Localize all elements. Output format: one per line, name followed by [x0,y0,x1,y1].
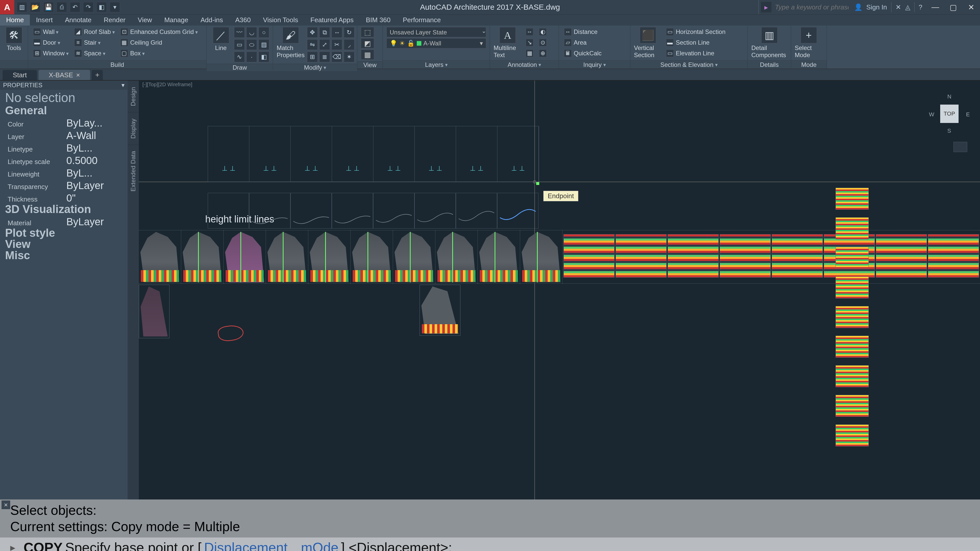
view-nav-icon[interactable]: ◩ [361,38,374,48]
side-tab-extdata[interactable]: Extended Data [127,144,139,198]
line-button[interactable]: ／Line [210,27,231,52]
help-search-input[interactable] [773,2,850,13]
hatch-icon[interactable]: ▨ [259,39,269,50]
ribbon-tab-featuredapps[interactable]: Featured Apps [304,14,360,25]
ceilinggrid-button[interactable]: ▦Ceiling Grid [119,38,199,48]
close-tab-icon[interactable]: × [76,71,80,79]
ribbon-tab-insert[interactable]: Insert [30,14,59,25]
offset-icon[interactable]: ≣ [319,52,330,62]
box-button[interactable]: ▢Box [119,48,199,58]
maximize-button[interactable]: ▢ [944,0,962,14]
qat-more-icon[interactable]: ▾ [110,2,120,12]
copy-icon[interactable]: ⧉ [319,27,330,38]
minimize-button[interactable]: — [926,0,944,14]
ribbon-tab-addins[interactable]: Add-ins [194,14,229,25]
circle-icon[interactable]: ○ [259,27,269,38]
ribbon-tab-view[interactable]: View [132,14,158,25]
array-icon[interactable]: ⊞ [307,52,318,62]
point-icon[interactable]: · [246,52,257,62]
anno3-button[interactable]: ⊕ [538,48,548,58]
panel-foot-build[interactable]: Build [28,60,207,68]
panel-foot-modify[interactable]: Modify [273,64,357,71]
stretch-icon[interactable]: ↔ [331,27,342,38]
door-button[interactable]: ▬Door [32,38,70,48]
command-line[interactable]: ▸_ COPY Specify base point or [Displacem… [0,537,980,551]
properties-menu-icon[interactable]: ▾ [121,82,124,89]
tools-button[interactable]: 🛠Tools [3,27,24,52]
ribbon-tab-render[interactable]: Render [97,14,131,25]
side-tab-display[interactable]: Display [127,112,139,145]
window-button[interactable]: ⊞Window [32,48,70,58]
spline-icon[interactable]: ∿ [234,52,245,62]
section-misc[interactable]: Misc [0,249,127,262]
command-history[interactable]: × Select objects: Current settings: Copy… [0,499,980,537]
qat-new-icon[interactable]: ▥ [17,2,27,12]
app-icon[interactable]: A [0,0,14,14]
side-tab-design[interactable]: Design [127,81,139,112]
scale-icon[interactable]: ⤢ [319,39,330,50]
panel-foot-layers[interactable]: Layers [383,60,490,68]
new-tab-button[interactable]: + [92,70,103,80]
help-icon[interactable]: ? [919,3,922,11]
table-button[interactable]: ▦ [524,48,535,58]
panel-foot-mode[interactable]: Mode [791,60,827,68]
matchprops-button[interactable]: 🖌Match Properties [277,27,304,59]
exchange-icon[interactable]: ✕ [896,3,901,11]
cmdline-close-icon[interactable]: × [2,500,10,509]
ellipse-icon[interactable]: ⬭ [246,39,257,50]
navbar-home-icon[interactable] [953,142,967,152]
viewcube[interactable]: N S W E TOP [929,94,970,134]
section-general[interactable]: General [0,104,127,117]
cmd-option-mode[interactable]: mOde [301,540,339,551]
selectmode-button[interactable]: +Select Mode [795,27,823,59]
distance-button[interactable]: ↔Distance [563,27,603,37]
rect-icon[interactable]: ▭ [234,39,245,50]
ribbon-tab-bim360[interactable]: BIM 360 [360,14,396,25]
leader-button[interactable]: ↘ [524,38,535,48]
panel-foot-inquiry[interactable]: Inquiry [559,60,630,68]
detailcomp-button[interactable]: ▥Detail Components [751,27,788,59]
section-plotstyle[interactable]: Plot style [0,227,127,239]
ribbon-tab-visiontools[interactable]: Vision Tools [257,14,304,25]
polyline-icon[interactable]: 〰 [234,27,245,38]
signin-label[interactable]: Sign In [866,3,887,11]
anno2-button[interactable]: ⊙ [538,38,548,48]
doc-tab-file[interactable]: X-BASE× [38,70,90,80]
layer-current-select[interactable]: 💡 ☀ 🔓 A-Wall ▾ [387,38,486,48]
wall-button[interactable]: ▭Wall [32,27,70,37]
section-view[interactable]: View [0,238,127,251]
panel-foot-view[interactable]: View [357,61,383,68]
ribbon-tab-performance[interactable]: Performance [396,14,447,25]
qat-saveas-icon[interactable]: ⎙ [57,2,67,12]
panel-foot-annotation[interactable]: Annotation [490,60,558,68]
viewcube-face[interactable]: TOP [940,105,959,123]
roofslab-button[interactable]: ◢Roof Slab [73,27,116,37]
ribbon-tab-manage[interactable]: Manage [158,14,194,25]
panel-foot-draw[interactable]: Draw [207,64,273,71]
move-icon[interactable]: ✥ [307,27,318,38]
qat-project-icon[interactable]: ◧ [97,2,107,12]
view-tile-icon[interactable]: ▦ [361,49,374,60]
viewport-label[interactable]: [-][Top][2D Wireframe] [142,82,192,87]
rotate-icon[interactable]: ↻ [344,27,355,38]
dim-button[interactable]: ↔ [524,27,535,37]
anno1-button[interactable]: ◐ [538,27,548,37]
quickcalc-button[interactable]: 🖩QuickCalc [563,48,603,58]
trim-icon[interactable]: ✂ [331,39,342,50]
ribbon-tab-home[interactable]: Home [0,14,30,25]
explode-icon[interactable]: ✶ [344,52,355,62]
cmd-option-displacement[interactable]: Displacement [204,540,288,551]
panel-foot-details[interactable]: Details [748,60,791,68]
erase-icon[interactable]: ⌫ [331,52,342,62]
sectionline-button[interactable]: ▬Section Line [665,38,727,48]
close-button[interactable]: ✕ [962,0,980,14]
qat-redo-icon[interactable]: ↷ [83,2,94,12]
arc-icon[interactable]: ◡ [246,27,257,38]
doc-tab-start[interactable]: Start [3,70,37,80]
region-icon[interactable]: ◧ [259,52,269,62]
customgrid-button[interactable]: ⊡Enhanced Custom Grid [119,27,199,37]
elevline-button[interactable]: ▭Elevation Line [665,48,727,58]
qat-undo-icon[interactable]: ↶ [70,2,80,12]
stair-button[interactable]: ≡Stair [73,38,116,48]
fillet-icon[interactable]: ◞ [344,39,355,50]
